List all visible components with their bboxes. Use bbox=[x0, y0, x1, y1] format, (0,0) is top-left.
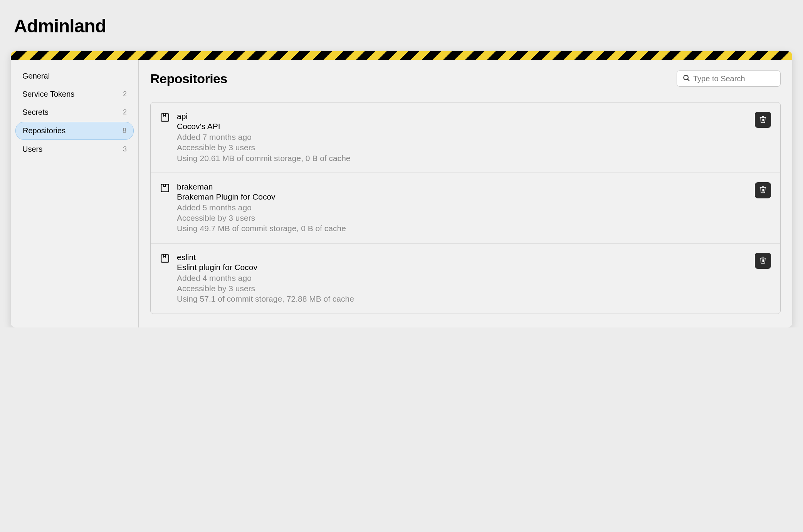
delete-button[interactable] bbox=[755, 182, 771, 198]
sidebar-item-count: 3 bbox=[123, 145, 127, 153]
repo-description: Eslint plugin for Cocov bbox=[177, 263, 755, 272]
repo-storage: Using 57.1 of commit storage, 72.88 MB o… bbox=[177, 294, 755, 304]
repo-item: eslint Eslint plugin for Cocov Added 4 m… bbox=[151, 243, 780, 314]
repo-item: api Cocov's API Added 7 months ago Acces… bbox=[151, 102, 780, 173]
sidebar-item-service-tokens[interactable]: Service Tokens 2 bbox=[15, 86, 134, 103]
bookmark-icon bbox=[160, 112, 170, 124]
sidebar-item-count: 8 bbox=[123, 127, 126, 135]
search-icon bbox=[682, 74, 693, 83]
hazard-stripe bbox=[11, 51, 792, 60]
repo-storage: Using 20.61 MB of commit storage, 0 B of… bbox=[177, 153, 755, 163]
search-input[interactable] bbox=[693, 74, 775, 83]
repo-item: brakeman Brakeman Plugin for Cocov Added… bbox=[151, 173, 780, 243]
sidebar-item-label: Users bbox=[22, 145, 42, 154]
main-header: Repositories bbox=[150, 70, 781, 87]
repo-name: api bbox=[177, 112, 755, 121]
sidebar-item-label: Secrets bbox=[22, 108, 49, 117]
admin-panel: General Service Tokens 2 Secrets 2 Repos… bbox=[11, 51, 792, 327]
repo-info: api Cocov's API Added 7 months ago Acces… bbox=[177, 112, 755, 163]
sidebar-item-count: 2 bbox=[123, 90, 127, 98]
sidebar-item-label: General bbox=[22, 72, 50, 81]
repo-access: Accessible by 3 users bbox=[177, 142, 755, 153]
repo-added: Added 7 months ago bbox=[177, 132, 755, 142]
search-box[interactable] bbox=[677, 70, 781, 87]
sidebar-item-secrets[interactable]: Secrets 2 bbox=[15, 104, 134, 121]
svg-line-1 bbox=[688, 79, 689, 81]
repo-description: Cocov's API bbox=[177, 122, 755, 131]
sidebar-item-label: Repositories bbox=[23, 126, 66, 135]
sidebar-item-label: Service Tokens bbox=[22, 90, 74, 99]
page-title: Adminland bbox=[0, 0, 803, 37]
repo-info: brakeman Brakeman Plugin for Cocov Added… bbox=[177, 182, 755, 234]
delete-button[interactable] bbox=[755, 112, 771, 128]
bookmark-icon bbox=[160, 183, 170, 195]
repo-added: Added 4 months ago bbox=[177, 273, 755, 283]
repo-name: eslint bbox=[177, 253, 755, 262]
repo-description: Brakeman Plugin for Cocov bbox=[177, 192, 755, 201]
repo-name: brakeman bbox=[177, 182, 755, 191]
sidebar-item-count: 2 bbox=[123, 108, 127, 116]
repo-storage: Using 49.7 MB of commit storage, 0 B of … bbox=[177, 223, 755, 233]
repo-added: Added 5 months ago bbox=[177, 202, 755, 213]
repo-access: Accessible by 3 users bbox=[177, 283, 755, 294]
repo-access: Accessible by 3 users bbox=[177, 213, 755, 223]
repo-list: api Cocov's API Added 7 months ago Acces… bbox=[150, 102, 781, 314]
sidebar: General Service Tokens 2 Secrets 2 Repos… bbox=[11, 60, 139, 327]
repo-info: eslint Eslint plugin for Cocov Added 4 m… bbox=[177, 253, 755, 304]
delete-button[interactable] bbox=[755, 253, 771, 269]
trash-icon bbox=[759, 256, 767, 265]
trash-icon bbox=[759, 186, 767, 195]
sidebar-item-users[interactable]: Users 3 bbox=[15, 141, 134, 158]
main-content: Repositories bbox=[139, 60, 792, 327]
bookmark-icon bbox=[160, 253, 170, 265]
sidebar-item-general[interactable]: General bbox=[15, 67, 134, 85]
trash-icon bbox=[759, 116, 767, 124]
main-title: Repositories bbox=[150, 71, 227, 86]
sidebar-item-repositories[interactable]: Repositories 8 bbox=[15, 122, 134, 140]
